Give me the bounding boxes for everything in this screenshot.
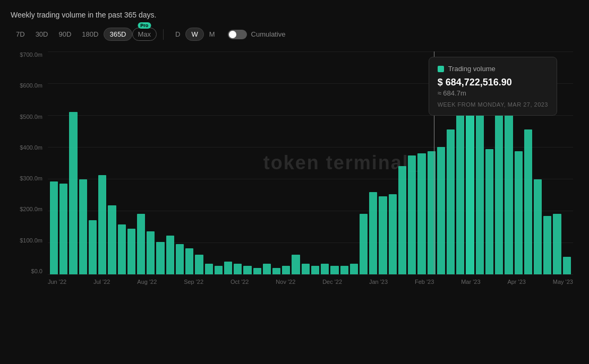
bar[interactable] — [234, 264, 242, 274]
bar[interactable] — [437, 147, 445, 274]
toggle-knob — [229, 31, 236, 38]
bar[interactable] — [215, 266, 223, 274]
bar[interactable] — [243, 266, 251, 274]
bar[interactable] — [428, 151, 436, 274]
bar[interactable] — [98, 175, 106, 274]
bar[interactable] — [524, 129, 532, 274]
bar[interactable] — [195, 255, 203, 274]
bar[interactable] — [350, 264, 358, 274]
bar[interactable] — [79, 179, 87, 274]
y-axis: $700.0m$600.0m$500.0m$400.0m$300.0m$200.… — [11, 51, 48, 274]
bar[interactable] — [292, 255, 300, 274]
bar[interactable] — [282, 266, 290, 274]
bar[interactable] — [398, 166, 406, 274]
bar[interactable] — [185, 248, 193, 274]
bar[interactable] — [263, 264, 271, 274]
tooltip-value: $ 684,722,516.90 — [438, 77, 548, 88]
period-buttons: 7D30D90D180D365DProMax — [11, 28, 157, 41]
bar[interactable] — [89, 220, 97, 274]
chart-area: $700.0m$600.0m$500.0m$400.0m$300.0m$200.… — [11, 51, 578, 311]
bar[interactable] — [147, 231, 155, 274]
period-btn-365d[interactable]: 365D — [104, 28, 132, 41]
y-label: $300.0m — [11, 175, 48, 181]
bar[interactable] — [553, 214, 561, 274]
x-axis: Jun '22Jul '22Aug '22Sep '22Oct '22Nov '… — [48, 279, 573, 285]
bar[interactable] — [485, 149, 493, 274]
bar[interactable] — [253, 268, 261, 274]
interval-btn-d[interactable]: D — [170, 28, 185, 40]
bar[interactable] — [108, 205, 116, 274]
tooltip-dot — [438, 66, 444, 72]
x-label: Apr '23 — [507, 279, 526, 285]
bar[interactable] — [534, 179, 542, 274]
bar[interactable] — [311, 266, 319, 274]
bar[interactable] — [447, 129, 455, 274]
x-label: May '23 — [553, 279, 573, 285]
bar[interactable] — [456, 103, 464, 274]
bar[interactable] — [166, 236, 174, 274]
tooltip: Trading volume $ 684,722,516.90 ≈ 684.7m… — [429, 57, 557, 116]
y-label: $600.0m — [11, 82, 48, 89]
bar[interactable] — [505, 110, 513, 274]
bar[interactable] — [389, 194, 397, 274]
bar[interactable] — [137, 214, 145, 274]
bar[interactable] — [543, 216, 551, 274]
x-label: Dec '22 — [322, 279, 342, 285]
bar[interactable] — [360, 214, 368, 274]
x-label: Mar '23 — [461, 279, 480, 285]
bar[interactable] — [59, 184, 67, 274]
bar[interactable] — [118, 224, 126, 274]
period-btn-30d[interactable]: 30D — [30, 28, 54, 40]
y-label: $100.0m — [11, 237, 48, 244]
period-btn-180d[interactable]: 180D — [76, 28, 104, 40]
bar[interactable] — [176, 244, 184, 274]
bar[interactable] — [417, 153, 425, 274]
x-label: Oct '22 — [231, 279, 249, 285]
y-label: $500.0m — [11, 114, 48, 120]
y-label: $200.0m — [11, 206, 48, 212]
interval-buttons: DWM — [170, 28, 220, 41]
tooltip-approx: ≈ 684.7m — [438, 89, 548, 97]
bar[interactable] — [379, 196, 387, 274]
bar[interactable] — [330, 266, 338, 274]
bar[interactable] — [50, 181, 58, 274]
interval-btn-w[interactable]: W — [185, 28, 203, 41]
bar[interactable] — [340, 266, 348, 274]
bar[interactable] — [156, 242, 164, 274]
x-label: Nov '22 — [276, 279, 295, 285]
bar[interactable] — [272, 268, 280, 274]
tooltip-header: Trading volume — [438, 65, 548, 73]
x-label: Jun '22 — [48, 279, 66, 285]
period-btn-90d[interactable]: 90D — [53, 28, 76, 40]
bar[interactable] — [369, 192, 377, 274]
bar[interactable] — [321, 264, 329, 274]
y-label: $0.0 — [11, 268, 48, 274]
bar[interactable] — [408, 155, 416, 274]
bar[interactable] — [302, 264, 310, 274]
bar[interactable] — [127, 229, 135, 274]
period-btn-7d[interactable]: 7D — [11, 28, 30, 40]
bar[interactable] — [495, 108, 503, 274]
x-label: Jan '23 — [369, 279, 388, 285]
period-btn-max[interactable]: Max — [132, 28, 157, 41]
pro-badge: Pro — [138, 22, 151, 29]
tooltip-series: Trading volume — [448, 65, 496, 73]
chart-title: Weekly trading volume in the past 365 da… — [11, 11, 578, 19]
bar[interactable] — [515, 151, 523, 274]
x-label: Feb '23 — [415, 279, 434, 285]
bar[interactable] — [224, 262, 232, 274]
bar[interactable] — [476, 101, 484, 274]
bar[interactable] — [69, 112, 77, 274]
tooltip-date: WEEK FROM MONDAY, MAR 27, 2023 — [438, 101, 548, 108]
bar[interactable] — [563, 257, 571, 274]
controls-bar: 7D30D90D180D365DProMax DWM Cumulative — [11, 28, 578, 41]
y-label: $400.0m — [11, 144, 48, 151]
cumulative-toggle[interactable] — [228, 30, 247, 39]
x-label: Jul '22 — [93, 279, 110, 285]
max-btn-wrapper: ProMax — [132, 28, 157, 41]
interval-btn-m[interactable]: M — [204, 28, 220, 40]
x-label: Aug '22 — [137, 279, 157, 285]
cumulative-label: Cumulative — [251, 30, 286, 38]
separator — [163, 29, 164, 40]
bar[interactable] — [205, 264, 213, 274]
